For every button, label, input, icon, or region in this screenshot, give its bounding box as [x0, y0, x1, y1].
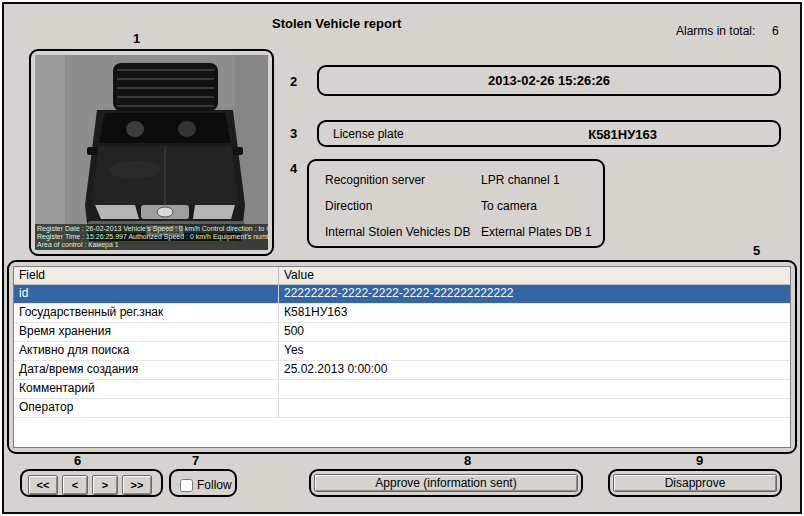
callout-box-disapprove: Disapprove — [608, 469, 782, 497]
stolen-db-value: External Plates DB 1 — [481, 225, 592, 239]
alarm-properties-table: Field Value id 22222222-2222-2222-2222-2… — [13, 266, 791, 448]
alarms-total-label: Alarms in total: — [676, 24, 755, 38]
cell-value: К581НУ163 — [279, 304, 790, 322]
alarms-total-count: 6 — [772, 24, 779, 38]
cell-field: Дата/время создания — [14, 361, 279, 379]
overlay-line-1: Register Date : 26-02-2013 Vehicle's Spe… — [37, 225, 266, 233]
direction-label: Direction — [325, 199, 372, 213]
follow-checkbox-group[interactable]: Follow — [180, 478, 232, 492]
photo-telemetry-overlay: Register Date : 26-02-2013 Vehicle's Spe… — [35, 224, 268, 250]
disapprove-button[interactable]: Disapprove — [613, 474, 777, 492]
table-row-creation-date[interactable]: Дата/время создания 25.02.2013 0:00:00 — [14, 361, 790, 380]
direction-value: To camera — [481, 199, 537, 213]
callout-box-datetime: 2013-02-26 15:26:26 — [317, 65, 781, 96]
callout-box-recognition-info: Recognition server LPR channel 1 Directi… — [307, 159, 605, 248]
info-row-recognition-server: Recognition server LPR channel 1 — [309, 171, 603, 191]
callout-number-9: 9 — [696, 453, 703, 468]
column-header-field: Field — [14, 267, 279, 284]
nav-first-button[interactable]: << — [28, 475, 58, 495]
cell-field: id — [14, 285, 279, 303]
page-title: Stolen Vehicle report — [272, 16, 401, 31]
cell-value: 25.02.2013 0:00:00 — [279, 361, 790, 379]
info-row-stolen-db: Internal Stolen Vehicles DB External Pla… — [309, 223, 603, 243]
license-plate-label: License plate — [333, 127, 404, 141]
overlay-line-2: Register Time : 15:26:25.997 Authorized … — [37, 233, 266, 241]
cell-field: Активно для поиска — [14, 342, 279, 360]
table-row-id[interactable]: id 22222222-2222-2222-2222-222222222222 — [14, 285, 790, 304]
callout-number-2: 2 — [290, 74, 297, 89]
callout-number-6: 6 — [74, 453, 81, 468]
callout-box-camera: К581НУ163 Register Date : 26-02-2013 Veh… — [29, 49, 274, 256]
cell-field: Оператор — [14, 399, 279, 417]
callout-number-4: 4 — [290, 161, 297, 176]
table-row-storage-time[interactable]: Время хранения 500 — [14, 323, 790, 342]
cell-value — [279, 380, 790, 398]
callout-number-5: 5 — [753, 243, 760, 258]
recognition-server-label: Recognition server — [325, 173, 425, 187]
table-row-operator[interactable]: Оператор — [14, 399, 790, 418]
nav-prev-button[interactable]: < — [62, 475, 88, 495]
overlay-line-3: Area of control : Камера 1 — [37, 241, 266, 249]
column-header-value: Value — [279, 267, 790, 284]
recognition-server-value: LPR channel 1 — [481, 173, 560, 187]
cell-value — [279, 399, 790, 417]
vehicle-photo-drawing: К581НУ163 — [35, 55, 268, 250]
follow-checkbox[interactable] — [180, 479, 193, 492]
callout-number-8: 8 — [464, 453, 471, 468]
cell-value: Yes — [279, 342, 790, 360]
table-row-reg-number[interactable]: Государственный рег.знак К581НУ163 — [14, 304, 790, 323]
nav-last-button[interactable]: >> — [122, 475, 152, 495]
callout-number-1: 1 — [133, 31, 140, 46]
cell-value: 500 — [279, 323, 790, 341]
info-row-direction: Direction To camera — [309, 197, 603, 217]
callout-number-3: 3 — [290, 126, 297, 141]
cell-value: 22222222-2222-2222-2222-222222222222 — [279, 285, 790, 303]
callout-box-follow: Follow — [169, 469, 237, 497]
table-row-comment[interactable]: Комментарий — [14, 380, 790, 399]
stolen-db-label: Internal Stolen Vehicles DB — [325, 225, 470, 239]
cell-field: Государственный рег.знак — [14, 304, 279, 322]
callout-box-approve: Approve (information sent) — [309, 469, 583, 497]
callout-box-navigation: << < > >> — [20, 469, 163, 497]
follow-label: Follow — [197, 478, 232, 492]
approve-button[interactable]: Approve (information sent) — [314, 474, 578, 492]
alarm-datetime-value: 2013-02-26 15:26:26 — [488, 73, 610, 88]
vehicle-camera-image: К581НУ163 Register Date : 26-02-2013 Veh… — [35, 55, 268, 250]
callout-box-properties-table: Field Value id 22222222-2222-2222-2222-2… — [7, 260, 797, 454]
license-plate-value: К581НУ163 — [588, 126, 657, 141]
table-header-row: Field Value — [14, 267, 790, 285]
stolen-vehicle-report-window: Stolen Vehicle report Alarms in total: 6… — [0, 0, 804, 516]
cell-field: Время хранения — [14, 323, 279, 341]
cell-field: Комментарий — [14, 380, 279, 398]
nav-next-button[interactable]: > — [92, 475, 118, 495]
table-row-active-for-search[interactable]: Активно для поиска Yes — [14, 342, 790, 361]
callout-number-7: 7 — [192, 453, 199, 468]
callout-box-license-plate: License plate К581НУ163 — [317, 120, 781, 147]
